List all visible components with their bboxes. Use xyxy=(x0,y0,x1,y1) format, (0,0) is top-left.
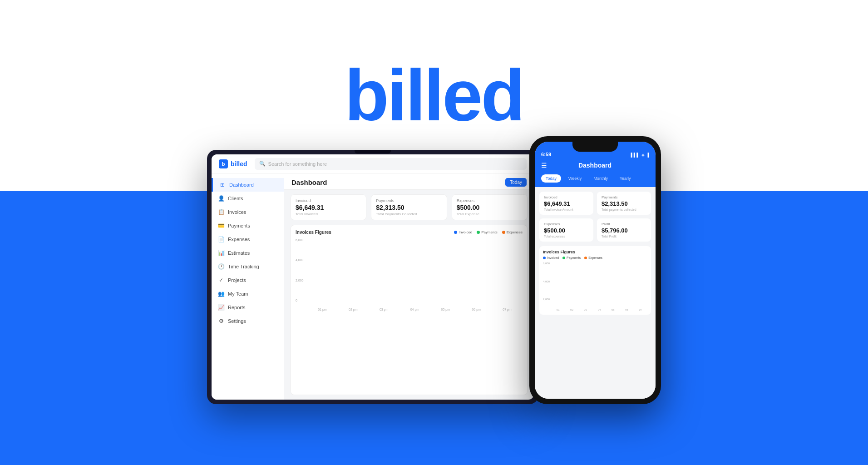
phone-value-payments: $2,313.50 xyxy=(602,200,646,207)
phone-x-06: 06 xyxy=(625,308,628,311)
phone-legend-invoiced: Invoiced xyxy=(543,256,559,259)
phone-status-icons: ▌▌▌ ◈ ▐ xyxy=(631,153,649,157)
phone-x-labels: 01 02 03 04 05 06 07 xyxy=(543,308,647,311)
chart-legend: Invoiced Payments Expenses xyxy=(454,230,523,234)
stat-card-invoiced: Invoiced $6,649.31 Total Invoiced xyxy=(291,194,366,220)
legend-dot-payments xyxy=(477,231,480,234)
hamburger-icon[interactable]: ☰ xyxy=(541,162,547,169)
stat-label-expenses: Expenses xyxy=(457,198,523,203)
sidebar-label-projects: Projects xyxy=(228,277,246,283)
sidebar-item-reports[interactable]: 📈 Reports xyxy=(212,301,284,314)
devices-showcase: b billed 🔍 Search for something here ⊞ D… xyxy=(207,150,661,404)
tablet-search-bar[interactable]: 🔍 Search for something here xyxy=(255,158,527,170)
y-label-4000: 4,000 xyxy=(296,258,304,262)
sidebar-item-expenses[interactable]: 📄 Expenses xyxy=(212,232,284,246)
sidebar-item-settings[interactable]: ⚙ Settings xyxy=(212,314,284,328)
phone-stat-profit: Profit $5,796.00 Total Profit xyxy=(597,218,651,242)
phone-page-title: Dashboard xyxy=(578,162,612,169)
stat-label-payments: Payments xyxy=(376,198,442,203)
brand-logo-large: billed xyxy=(345,54,523,137)
phone-x-03: 03 xyxy=(584,308,587,311)
phone-legend-expenses: Expenses xyxy=(584,256,602,259)
stat-value-invoiced: $6,649.31 xyxy=(296,204,361,211)
invoices-icon: 📋 xyxy=(218,209,224,215)
phone-legend-payments: Payments xyxy=(562,256,581,259)
time-tracking-icon: 🕐 xyxy=(218,263,224,270)
sidebar-item-payments[interactable]: 💳 Payments xyxy=(212,219,284,232)
logo-letter: b xyxy=(222,161,225,167)
main-header: Dashboard Today xyxy=(284,173,534,190)
phone-label-invoiced: Invoiced xyxy=(544,195,589,199)
tablet-header-bar: b billed 🔍 Search for something here xyxy=(212,154,534,173)
tablet-main-content: Dashboard Today Invoiced $6,649.31 Total… xyxy=(284,173,534,400)
x-label-03pm: 03 pm xyxy=(380,308,388,311)
x-label-01pm: 01 pm xyxy=(318,308,326,311)
team-icon: 👥 xyxy=(218,291,224,297)
phone-legend-label-expenses: Expenses xyxy=(588,256,602,259)
tablet-logo: b billed xyxy=(219,159,247,168)
stat-value-expenses: $500.00 xyxy=(457,204,523,211)
chart-bars xyxy=(296,238,523,302)
x-label-06pm: 06 pm xyxy=(472,308,480,311)
phone-sublabel-invoiced: Total Invoice Amount xyxy=(544,208,589,211)
phone-value-invoiced: $6,649.31 xyxy=(544,200,589,207)
phone-x-02: 02 xyxy=(570,308,573,311)
tab-yearly[interactable]: Yearly xyxy=(615,174,636,183)
sidebar-label-time-tracking: Time Tracking xyxy=(228,264,259,269)
phone-legend-label-payments: Payments xyxy=(567,256,581,259)
y-label-2000: 2,000 xyxy=(296,279,304,282)
y-label-6000: 6,000 xyxy=(296,238,304,242)
sidebar-label-expenses: Expenses xyxy=(228,237,250,242)
tab-today[interactable]: Today xyxy=(541,174,561,183)
battery-icon: ▐ xyxy=(646,153,649,157)
phone-bars xyxy=(543,269,647,307)
phone-label-profit: Profit xyxy=(602,222,646,226)
tablet-logo-icon: b xyxy=(219,159,228,168)
sidebar-item-dashboard[interactable]: ⊞ Dashboard xyxy=(212,178,284,192)
payments-icon: 💳 xyxy=(218,223,224,229)
phone-y-6000: 6,000 xyxy=(543,262,550,265)
legend-expenses: Expenses xyxy=(502,230,523,234)
phone-label-payments: Payments xyxy=(602,195,646,199)
sidebar-label-dashboard: Dashboard xyxy=(229,182,254,188)
chart-y-labels: 6,000 4,000 2,000 0 xyxy=(296,238,304,302)
phone-sublabel-payments: Total payments collected xyxy=(602,208,646,211)
sidebar-item-projects[interactable]: ✓ Projects xyxy=(212,273,284,287)
legend-dot-expenses xyxy=(502,231,505,234)
stat-value-payments: $2,313.50 xyxy=(376,204,442,211)
phone-stat-payments: Payments $2,313.50 Total payments collec… xyxy=(597,192,651,215)
phone-time: 6:59 xyxy=(541,152,551,157)
sidebar-label-clients: Clients xyxy=(228,196,243,201)
chart-x-labels: 01 pm 02 pm 03 pm 04 pm 05 pm 06 pm 07 p… xyxy=(307,308,523,311)
sidebar-item-my-team[interactable]: 👥 My Team xyxy=(212,287,284,301)
x-label-04pm: 04 pm xyxy=(410,308,419,311)
estimates-icon: 📊 xyxy=(218,250,224,256)
legend-payments: Payments xyxy=(477,230,498,234)
bar-chart: 6,000 4,000 2,000 0 xyxy=(296,238,523,311)
sidebar-item-estimates[interactable]: 📊 Estimates xyxy=(212,246,284,260)
sidebar-item-clients[interactable]: 👤 Clients xyxy=(212,192,284,205)
wifi-icon: ◈ xyxy=(641,153,645,157)
reports-icon: 📈 xyxy=(218,304,224,311)
phone-value-expenses: $500.00 xyxy=(544,227,589,234)
tab-monthly[interactable]: Monthly xyxy=(589,174,612,183)
stat-sublabel-payments: Total Payments Collected xyxy=(376,212,442,216)
sidebar-item-time-tracking[interactable]: 🕐 Time Tracking xyxy=(212,260,284,273)
phone-dot-payments xyxy=(562,257,565,259)
legend-dot-invoiced xyxy=(454,231,457,234)
phone-legend-label-invoiced: Invoiced xyxy=(547,256,559,259)
phone-x-04: 04 xyxy=(598,308,601,311)
stat-card-payments: Payments $2,313.50 Total Payments Collec… xyxy=(371,194,447,220)
phone-value-profit: $5,796.00 xyxy=(602,227,646,234)
signal-icon: ▌▌▌ xyxy=(631,153,639,157)
phone-x-05: 05 xyxy=(612,308,615,311)
clients-icon: 👤 xyxy=(218,195,224,202)
today-button[interactable]: Today xyxy=(505,178,527,187)
page-title: Dashboard xyxy=(291,178,327,186)
tab-weekly[interactable]: Weekly xyxy=(564,174,586,183)
phone-stat-expenses: Expenses $500.00 Total expenses xyxy=(539,218,593,242)
dashboard-icon: ⊞ xyxy=(219,182,226,188)
sidebar-item-invoices[interactable]: 📋 Invoices xyxy=(212,205,284,219)
projects-icon: ✓ xyxy=(218,277,224,283)
settings-icon: ⚙ xyxy=(218,318,224,324)
